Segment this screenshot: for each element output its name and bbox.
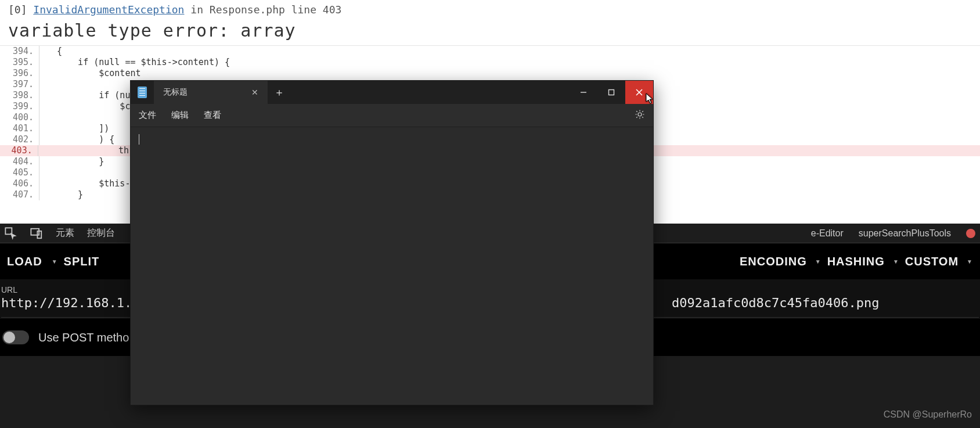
exception-link[interactable]: InvalidArgumentException	[33, 3, 184, 16]
custom-dropdown[interactable]: CUSTOM	[905, 255, 973, 268]
notepad-tab-title: 无标题	[163, 87, 188, 98]
menu-view[interactable]: 查看	[204, 110, 221, 121]
tab-editor[interactable]: e-Editor	[811, 228, 844, 239]
device-toolbar-icon[interactable]	[30, 227, 43, 240]
line-number: 399.	[0, 101, 37, 112]
url-value-right: d092a1afc0d8c7c45fa0406.png	[672, 296, 880, 310]
line-number: 394.	[0, 46, 37, 57]
code-text	[39, 79, 57, 90]
hashing-dropdown[interactable]: HASHING	[827, 255, 899, 268]
code-text: if (null == $this->content) {	[39, 57, 230, 68]
inspect-icon[interactable]	[5, 227, 17, 240]
split-button[interactable]: SPLIT	[64, 255, 100, 268]
error-count-badge[interactable]	[966, 229, 975, 238]
line-number: 405.	[0, 167, 37, 178]
menu-edit[interactable]: 编辑	[171, 110, 189, 121]
text-caret	[139, 134, 139, 145]
notepad-editor[interactable]	[131, 127, 653, 405]
tab-supersearchplus[interactable]: superSearchPlusTools	[859, 228, 951, 239]
window-buttons	[570, 81, 653, 104]
maximize-button[interactable]	[597, 81, 625, 104]
menu-file[interactable]: 文件	[139, 110, 156, 121]
code-text: $content	[39, 68, 141, 79]
new-tab-button[interactable]: ＋	[268, 81, 291, 104]
load-dropdown[interactable]	[48, 258, 58, 265]
encoding-dropdown[interactable]: ENCODING	[740, 255, 822, 268]
error-location-tail: in Response.php line 403	[184, 3, 341, 16]
notepad-titlebar[interactable]: 无标题 ✕ ＋	[131, 81, 653, 104]
close-button[interactable]	[625, 81, 653, 104]
error-title: variable type error: array	[8, 16, 972, 41]
line-number: 400.	[0, 112, 37, 123]
line-number: 406.	[0, 178, 37, 189]
settings-gear-icon[interactable]	[635, 109, 645, 121]
line-number: 407.	[0, 189, 37, 200]
code-line: 394.{	[0, 46, 980, 57]
svg-rect-4	[609, 90, 614, 95]
tab-console[interactable]: 控制台	[87, 227, 115, 239]
line-number: 395.	[0, 57, 37, 68]
line-number: 401.	[0, 123, 37, 134]
code-text: $co	[39, 101, 135, 112]
line-number: 402.	[0, 134, 37, 145]
use-post-method-toggle[interactable]	[2, 330, 29, 344]
csdn-watermark: CSDN @SuperherRo	[884, 409, 972, 420]
notepad-window[interactable]: 无标题 ✕ ＋ 文件 编辑 查看	[130, 80, 654, 405]
line-number: 398.	[0, 90, 37, 101]
code-text: if (nul	[39, 90, 135, 101]
notepad-app-icon	[131, 81, 154, 104]
use-post-method-label: Use POST metho	[38, 331, 129, 344]
line-number: 403.	[0, 145, 36, 156]
code-text	[39, 167, 57, 178]
code-text: }	[39, 156, 104, 167]
code-text: ) {	[39, 134, 114, 145]
error-meta-line: [0] InvalidArgumentException in Response…	[8, 3, 972, 16]
code-text: ])	[39, 123, 109, 134]
code-text: $this->	[39, 178, 135, 189]
load-button[interactable]: LOAD	[7, 255, 42, 268]
minimize-button[interactable]	[570, 81, 597, 104]
line-number: 397.	[0, 79, 37, 90]
code-line: 396. $content	[0, 68, 980, 79]
line-number: 404.	[0, 156, 37, 167]
notepad-tab[interactable]: 无标题 ✕	[154, 81, 268, 104]
line-number: 396.	[0, 68, 37, 79]
error-index: [0]	[8, 3, 27, 16]
url-value-left: http://192.168.1.1	[1, 296, 139, 310]
tab-elements[interactable]: 元素	[56, 227, 74, 239]
close-tab-icon[interactable]: ✕	[251, 88, 258, 97]
error-header: [0] InvalidArgumentException in Response…	[0, 0, 980, 46]
code-line: 395. if (null == $this->content) {	[0, 57, 980, 68]
notepad-menubar: 文件 编辑 查看	[131, 104, 653, 127]
code-text: {	[39, 46, 62, 57]
code-text: }	[39, 189, 83, 200]
